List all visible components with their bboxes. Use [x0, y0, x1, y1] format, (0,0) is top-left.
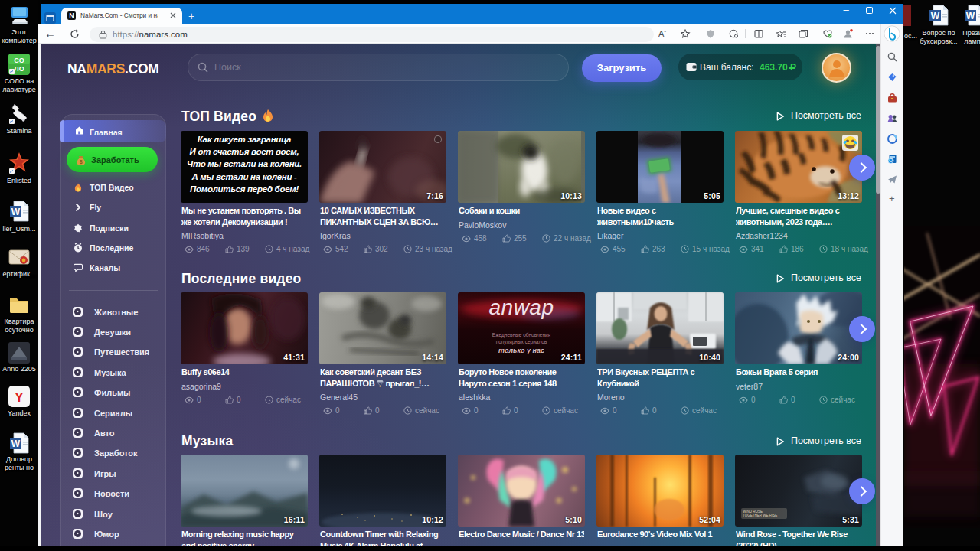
svg-text:W: W — [11, 207, 21, 217]
svg-text:Y: Y — [15, 390, 24, 405]
svg-text:O: O — [889, 158, 893, 163]
svg-text:$: $ — [80, 159, 83, 165]
svg-text:ᵃ: ᵃ — [665, 30, 667, 34]
svg-text:W: W — [931, 11, 940, 21]
svg-text:W: W — [11, 439, 21, 449]
svg-text:СО: СО — [14, 57, 24, 64]
svg-text:ЛО: ЛО — [14, 65, 24, 73]
svg-text:W: W — [966, 11, 975, 21]
